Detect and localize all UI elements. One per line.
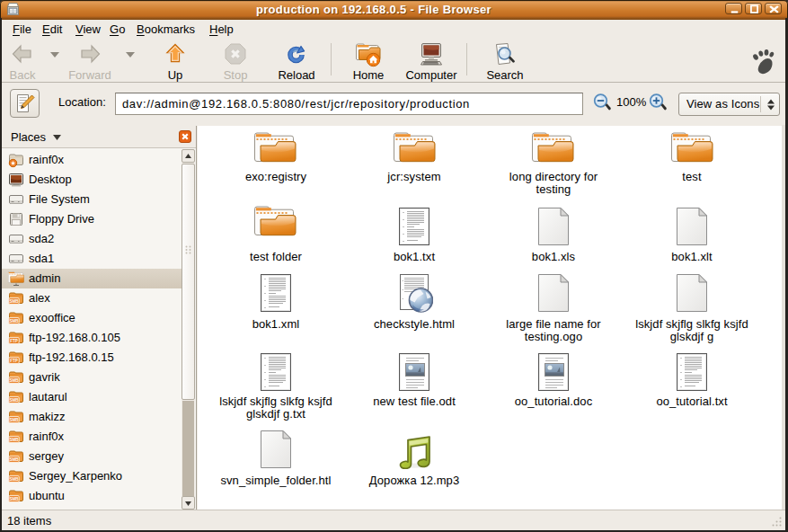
svg-text:SMB: SMB — [9, 438, 19, 442]
svg-text:SMB: SMB — [9, 477, 19, 482]
svg-text:SMB: SMB — [9, 299, 19, 304]
svg-text:FTP: FTP — [10, 339, 18, 343]
svg-text:SMB: SMB — [9, 418, 19, 422]
svg-text:SMB: SMB — [9, 378, 19, 383]
svg-text:SMB: SMB — [9, 319, 19, 324]
svg-text:SMB: SMB — [9, 457, 19, 462]
svg-text:SMB: SMB — [9, 497, 19, 501]
svg-text:FTP: FTP — [10, 359, 18, 363]
svg-text:SMB: SMB — [9, 398, 19, 403]
